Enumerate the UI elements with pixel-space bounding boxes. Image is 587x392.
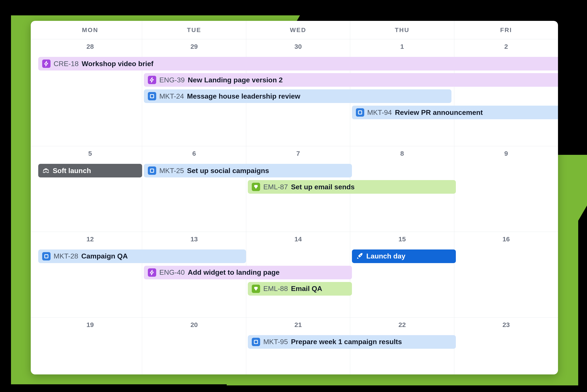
event-mkt-24[interactable]: MKT-24 Message house leadership review — [144, 90, 451, 103]
event-eng-39[interactable]: ENG-39 New Landing page version 2 — [144, 73, 558, 87]
event-title: Launch day — [366, 252, 405, 260]
event-mkt-94[interactable]: MKT-94 Review PR announcement — [352, 106, 558, 119]
rocket-icon — [356, 252, 363, 260]
weeks-container: 28 29 30 1 2 CRE-18 Workshop video brief — [31, 39, 558, 374]
event-mkt-95[interactable]: MKT-95 Prepare week 1 campaign results — [248, 335, 456, 349]
event-title: Prepare week 1 campaign results — [291, 338, 402, 346]
event-code: CRE-18 — [54, 60, 79, 68]
event-title: New Landing page version 2 — [188, 76, 283, 84]
event-code: MKT-94 — [367, 108, 392, 116]
lightning-icon — [148, 268, 156, 277]
event-title: Set up email sends — [291, 183, 355, 191]
event-cre-18[interactable]: CRE-18 Workshop video brief — [38, 57, 558, 70]
week-row: 12 13 14 15 16 MKT-28 Campaign QA — [31, 232, 558, 318]
square-icon — [148, 92, 156, 100]
event-code: MKT-25 — [159, 167, 184, 175]
square-icon — [356, 108, 364, 116]
svg-rect-2 — [151, 169, 154, 172]
event-code: ENG-39 — [159, 76, 185, 84]
week-row: 19 20 21 22 23 MKT-95 Prepare week 1 cam… — [31, 318, 558, 374]
weekday-header-row: MON TUE WED THU FRI — [31, 21, 558, 39]
event-code: EML-88 — [263, 284, 288, 293]
event-code: MKT-28 — [54, 252, 78, 260]
event-title: Workshop video brief — [82, 60, 154, 68]
event-title: Soft launch — [53, 167, 91, 175]
calendar: MON TUE WED THU FRI 28 29 30 1 2 — [31, 21, 558, 374]
week-row: 5 6 7 8 9 Soft launch MKT-25 — [31, 146, 558, 232]
lightning-icon — [42, 60, 51, 68]
event-mkt-28[interactable]: MKT-28 Campaign QA — [38, 250, 246, 263]
calendar-card: MON TUE WED THU FRI 28 29 30 1 2 — [31, 21, 558, 374]
weekday-header: FRI — [454, 21, 558, 39]
ship-icon — [42, 167, 50, 174]
event-eml-87[interactable]: EML-87 Set up email sends — [248, 180, 456, 194]
event-title: Campaign QA — [81, 252, 128, 260]
weekday-header: THU — [350, 21, 454, 39]
event-launch-day[interactable]: Launch day — [352, 250, 456, 263]
weekday-header: MON — [38, 21, 142, 39]
square-icon — [252, 338, 260, 346]
event-code: ENG-40 — [159, 268, 185, 276]
square-icon — [148, 166, 156, 175]
event-code: EML-87 — [263, 183, 288, 191]
svg-rect-0 — [151, 94, 154, 98]
lightning-icon — [148, 76, 156, 84]
week-row: 28 29 30 1 2 CRE-18 Workshop video brief — [31, 39, 558, 146]
diamond-icon — [252, 284, 260, 293]
event-eml-88[interactable]: EML-88 Email QA — [248, 282, 352, 296]
weekday-header: WED — [246, 21, 350, 39]
event-title: Review PR announcement — [395, 108, 483, 116]
svg-rect-3 — [45, 254, 48, 258]
event-code: MKT-95 — [263, 338, 288, 346]
event-title: Email QA — [291, 284, 322, 293]
event-title: Message house leadership review — [187, 92, 300, 100]
weekday-header: TUE — [142, 21, 246, 39]
svg-rect-1 — [358, 111, 362, 114]
square-icon — [42, 252, 51, 260]
diamond-icon — [252, 183, 260, 191]
event-title: Add widget to landing page — [188, 268, 280, 276]
event-title: Set up social campaigns — [187, 167, 269, 175]
event-eng-40[interactable]: ENG-40 Add widget to landing page — [144, 266, 352, 279]
event-soft-launch[interactable]: Soft launch — [38, 164, 142, 178]
event-mkt-25[interactable]: MKT-25 Set up social campaigns — [144, 164, 352, 178]
event-code: MKT-24 — [159, 92, 184, 100]
svg-rect-4 — [254, 340, 258, 344]
